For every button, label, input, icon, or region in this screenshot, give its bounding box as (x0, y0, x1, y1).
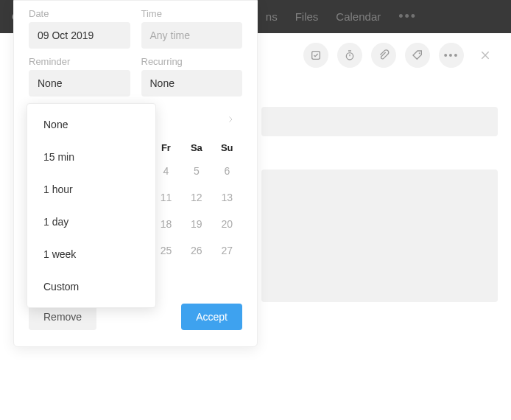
calendar-day (181, 264, 211, 290)
reminder-option[interactable]: 1 hour (27, 173, 155, 206)
background-placeholder (261, 169, 498, 302)
reminder-label: Reminder (29, 56, 130, 67)
calendar-day[interactable]: 12 (181, 184, 211, 211)
action-row: ••• (303, 43, 498, 68)
attachment-icon[interactable] (371, 43, 396, 68)
reminder-option[interactable]: 15 min (27, 141, 155, 173)
reminder-option[interactable]: Custom (27, 270, 155, 303)
calendar-day[interactable]: 20 (212, 211, 242, 237)
tag-icon[interactable] (405, 43, 430, 68)
accept-button[interactable]: Accept (181, 304, 242, 330)
reminder-option[interactable]: 1 day (27, 206, 155, 238)
calendar-day[interactable]: 5 (181, 158, 211, 184)
calendar-day (212, 264, 242, 290)
calendar-day[interactable]: 13 (212, 184, 242, 211)
more-icon[interactable]: ••• (439, 43, 464, 68)
time-input[interactable]: Any time (141, 22, 243, 49)
stopwatch-icon[interactable] (337, 43, 362, 68)
calendar-day[interactable]: 6 (212, 158, 242, 184)
close-icon[interactable] (473, 43, 498, 68)
reminder-dropdown: None15 min1 hour1 day1 weekCustom (27, 103, 156, 308)
reminder-option[interactable]: 1 week (27, 238, 155, 270)
calendar-dow: Su (212, 138, 242, 158)
date-label: Date (29, 8, 130, 19)
reminder-option[interactable]: None (27, 108, 155, 141)
reminder-input[interactable]: None (29, 70, 130, 97)
check-icon[interactable] (303, 43, 328, 68)
calendar-day[interactable]: 19 (181, 211, 211, 237)
recurring-label: Recurring (141, 56, 243, 67)
time-label: Time (141, 8, 243, 19)
calendar-dow: Sa (181, 138, 211, 158)
background-placeholder (261, 107, 498, 136)
svg-point-2 (419, 52, 420, 54)
calendar-day[interactable]: 26 (181, 237, 211, 264)
recurring-input[interactable]: None (141, 70, 243, 97)
date-input[interactable]: 09 Oct 2019 (29, 22, 130, 49)
calendar-next[interactable] (223, 112, 238, 127)
calendar-day[interactable]: 27 (212, 237, 242, 264)
